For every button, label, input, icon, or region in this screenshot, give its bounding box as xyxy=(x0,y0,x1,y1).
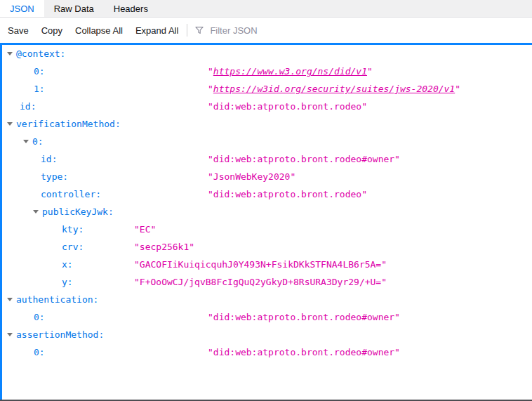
collapse-all-button-label: Collapse All xyxy=(75,25,123,36)
tree-row-id[interactable]: id:"did:web:atproto.bront.rodeo#owner" xyxy=(2,150,532,168)
tree-row-0[interactable]: 0:"did:web:atproto.bront.rodeo#owner" xyxy=(2,343,532,361)
json-key: 0: xyxy=(32,133,44,150)
json-value: "secp256k1" xyxy=(134,238,194,256)
json-key: crv: xyxy=(62,238,84,256)
expander-triangle-icon[interactable] xyxy=(7,298,13,301)
tab-raw-data-label: Raw Data xyxy=(54,4,94,14)
tab-json[interactable]: JSON xyxy=(0,0,44,17)
expander-triangle-icon[interactable] xyxy=(33,210,39,213)
json-key: y: xyxy=(62,273,73,291)
json-key: 0: xyxy=(34,308,45,326)
tree-row-0[interactable]: 0:"did:web:atproto.bront.rodeo#owner" xyxy=(2,308,532,326)
tree-row-0[interactable]: 0: xyxy=(2,133,532,150)
tree-row-authentication[interactable]: authentication: xyxy=(2,291,532,308)
funnel-icon xyxy=(194,25,204,35)
json-value: "GACOFIiKuiqicquhJ0Y493N+FsikDKkSTFNA4LB… xyxy=(134,256,387,273)
json-link[interactable]: https://www.w3.org/ns/did/v1 xyxy=(213,66,367,77)
json-tree-panel: @context:0:"https://www.w3.org/ns/did/v1… xyxy=(0,43,532,400)
save-button-label: Save xyxy=(8,25,29,36)
json-key: 1: xyxy=(34,80,45,98)
json-key: authentication: xyxy=(16,291,98,308)
json-key: publicKeyJwk: xyxy=(42,203,114,221)
json-value: "F+OoOwCJ/jqvB8FcIgQuQ2yGkyD+8RsURA3Dyr2… xyxy=(134,273,387,291)
tab-json-label: JSON xyxy=(10,4,34,14)
json-key: id: xyxy=(41,150,57,168)
json-value: "EC" xyxy=(134,221,156,238)
expander-triangle-icon[interactable] xyxy=(23,140,29,143)
expander-triangle-icon[interactable] xyxy=(7,52,13,55)
json-value: "https://www.w3.org/ns/did/v1" xyxy=(208,63,373,80)
tree-row-assertionMethod[interactable]: assertionMethod: xyxy=(2,326,532,343)
tree-row-x[interactable]: x:"GACOFIiKuiqicquhJ0Y493N+FsikDKkSTFNA4… xyxy=(2,256,532,273)
json-value: "JsonWebKey2020" xyxy=(208,168,295,185)
json-key: assertionMethod: xyxy=(16,326,104,343)
json-key: 0: xyxy=(34,343,45,361)
filter-json-input[interactable] xyxy=(208,25,317,37)
expander-triangle-icon[interactable] xyxy=(7,333,13,336)
tree-row-1[interactable]: 1:"https://w3id.org/security/suites/jws-… xyxy=(2,80,532,98)
json-value: "https://w3id.org/security/suites/jws-20… xyxy=(208,80,460,98)
json-key: x: xyxy=(62,256,73,273)
json-value: "did:web:atproto.bront.rodeo#owner" xyxy=(208,343,400,361)
tree-row-publicKeyJwk[interactable]: publicKeyJwk: xyxy=(2,203,532,221)
expand-all-button[interactable]: Expand All xyxy=(129,18,185,43)
tree-row-0[interactable]: 0:"https://www.w3.org/ns/did/v1" xyxy=(2,63,532,80)
json-value: "did:web:atproto.bront.rodeo" xyxy=(208,98,367,115)
expander-triangle-icon[interactable] xyxy=(7,122,13,126)
json-key: 0: xyxy=(34,63,45,80)
json-key: @context: xyxy=(16,45,65,63)
expand-all-button-label: Expand All xyxy=(135,25,178,36)
json-value: "did:web:atproto.bront.rodeo#owner" xyxy=(208,308,400,326)
json-link[interactable]: https://w3id.org/security/suites/jws-202… xyxy=(213,84,455,94)
tree-row-@context[interactable]: @context: xyxy=(2,45,532,63)
json-key: verificationMethod: xyxy=(16,115,121,133)
filter-box xyxy=(189,25,317,37)
json-key: controller: xyxy=(41,185,101,203)
json-toolbar: Save Copy Collapse All Expand All xyxy=(0,18,532,43)
json-tree: @context:0:"https://www.w3.org/ns/did/v1… xyxy=(2,45,532,361)
tree-row-controller[interactable]: controller:"did:web:atproto.bront.rodeo" xyxy=(2,185,532,203)
tab-raw-data[interactable]: Raw Data xyxy=(44,0,104,17)
tab-headers[interactable]: Headers xyxy=(104,0,158,17)
copy-button[interactable]: Copy xyxy=(35,18,69,43)
json-key: kty: xyxy=(62,221,84,238)
tree-row-type[interactable]: type:"JsonWebKey2020" xyxy=(2,168,532,185)
tree-row-kty[interactable]: kty:"EC" xyxy=(2,221,532,238)
tree-row-crv[interactable]: crv:"secp256k1" xyxy=(2,238,532,256)
save-button[interactable]: Save xyxy=(1,18,35,43)
json-value: "did:web:atproto.bront.rodeo#owner" xyxy=(208,150,400,168)
copy-button-label: Copy xyxy=(41,25,62,36)
collapse-all-button[interactable]: Collapse All xyxy=(69,18,129,43)
tree-row-verificationMethod[interactable]: verificationMethod: xyxy=(2,115,532,133)
tree-row-id[interactable]: id:"did:web:atproto.bront.rodeo" xyxy=(2,98,532,115)
tab-headers-label: Headers xyxy=(114,4,148,14)
toolbar-separator xyxy=(187,24,187,37)
viewer-tab-bar: JSON Raw Data Headers xyxy=(0,0,532,18)
json-key: id: xyxy=(20,98,36,115)
json-value: "did:web:atproto.bront.rodeo" xyxy=(208,185,367,203)
json-key: type: xyxy=(41,168,68,185)
tree-row-y[interactable]: y:"F+OoOwCJ/jqvB8FcIgQuQ2yGkyD+8RsURA3Dy… xyxy=(2,273,532,291)
